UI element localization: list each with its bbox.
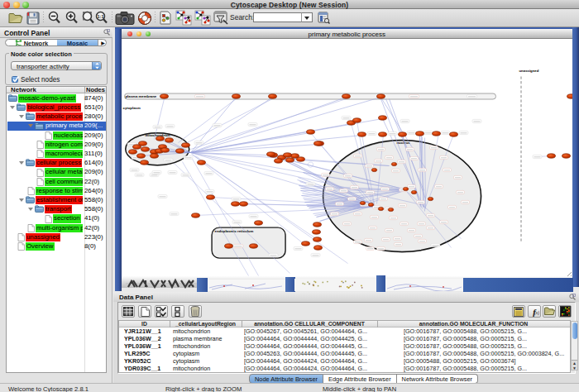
svg-text:cytoplasm: cytoplasm [122, 105, 140, 109]
svg-text:plasma membrane: plasma membrane [125, 94, 156, 98]
svg-text:unassigned: unassigned [519, 69, 538, 73]
svg-text:(x): (x) [534, 310, 539, 316]
